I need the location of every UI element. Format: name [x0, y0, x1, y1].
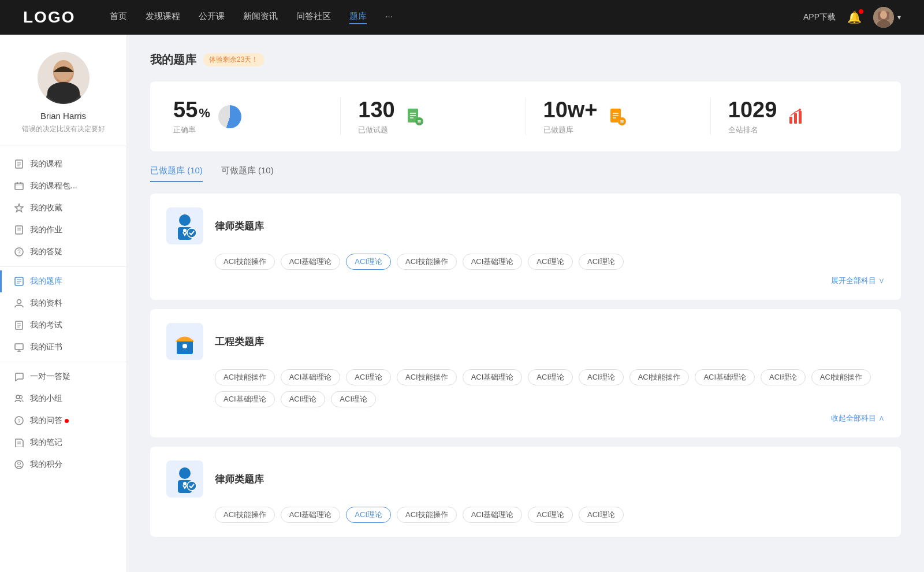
svg-rect-66 [182, 338, 187, 341]
sidebar-item-groups[interactable]: 我的小组 [0, 388, 126, 410]
tag[interactable]: ACI技能操作 [397, 254, 457, 270]
tag[interactable]: ACI理论 [281, 391, 326, 407]
user-menu[interactable]: ▾ [873, 7, 901, 28]
svg-point-64 [187, 228, 196, 237]
bank-tags-2: ACI技能操作 ACI基础理论 ACI理论 ACI技能操作 ACI基础理论 AC… [215, 369, 885, 407]
sidebar-item-label: 我的问答 [30, 415, 62, 426]
divider1 [0, 266, 126, 267]
sidebar-item-homework[interactable]: 我的作业 [0, 219, 126, 241]
svg-point-60 [799, 109, 801, 111]
sidebar-item-certificates[interactable]: 我的证书 [0, 336, 126, 358]
tag[interactable]: ACI理论 [761, 369, 806, 385]
tag[interactable]: ACI理论 [346, 369, 391, 385]
sidebar-item-question-bank[interactable]: 我的题库 [0, 270, 126, 292]
tag[interactable]: ACI基础理论 [463, 369, 523, 385]
nav-question-bank[interactable]: 题库 [349, 11, 367, 24]
sidebar-item-profile-data[interactable]: 我的资料 [0, 292, 126, 314]
tag[interactable]: ACI基础理论 [463, 507, 523, 523]
profile-avatar [38, 52, 90, 104]
tab-done-banks[interactable]: 已做题库 (10) [150, 165, 203, 182]
tag[interactable]: ACI技能操作 [215, 369, 275, 385]
bank-header-3: 律师类题库 [166, 460, 885, 497]
sidebar-item-one-on-one[interactable]: 一对一答疑 [0, 366, 126, 388]
accuracy-info: 55 % 正确率 [173, 98, 210, 135]
tag[interactable]: ACI技能操作 [215, 507, 275, 523]
sidebar-item-course-packages[interactable]: 我的课程包... [0, 175, 126, 197]
doc-green-icon: ≡ [403, 105, 426, 128]
svg-marker-18 [15, 204, 23, 212]
bank-icon-3 [166, 460, 203, 497]
stat-done-questions: 130 已做试题 ≡ [358, 98, 526, 135]
accuracy-unit: % [199, 106, 210, 121]
tag[interactable]: ACI基础理论 [695, 369, 755, 385]
svg-rect-68 [184, 348, 186, 352]
bank-header-2: 工程类题库 [166, 323, 885, 360]
svg-text:?: ? [17, 249, 21, 255]
question-bank-icon [14, 276, 24, 287]
bank-header-1: 律师类题库 [166, 207, 885, 244]
sidebar-item-label: 我的收藏 [30, 203, 62, 213]
done-banks-number: 10w+ [543, 98, 598, 122]
sidebar-item-label: 我的考试 [30, 320, 62, 330]
tag[interactable]: ACI技能操作 [397, 507, 457, 523]
tag[interactable]: ACI基础理论 [215, 391, 275, 407]
svg-point-4 [880, 11, 887, 19]
sidebar-item-label: 我的答疑 [30, 247, 62, 257]
collapse-link-2[interactable]: 收起全部科目 ∧ [166, 413, 885, 424]
tag[interactable]: ACI基础理论 [281, 507, 341, 523]
sidebar-item-label: 我的小组 [30, 393, 62, 404]
done-banks-label: 已做题库 [543, 125, 598, 135]
tab-available-banks[interactable]: 可做题库 (10) [221, 165, 274, 182]
rank-label: 全站排名 [728, 125, 777, 135]
sidebar-item-points[interactable]: 我的积分 [0, 454, 126, 476]
nav-qa[interactable]: 问答社区 [296, 11, 331, 24]
sidebar-item-label: 一对一答疑 [30, 372, 70, 382]
tag[interactable]: ACI技能操作 [215, 254, 275, 270]
tag[interactable]: ACI理论 [331, 391, 376, 407]
tag[interactable]: ACI基础理论 [281, 369, 341, 385]
sidebar-item-my-answers[interactable]: ? 我的问答 [0, 410, 126, 432]
tag[interactable]: ACI技能操作 [811, 369, 871, 385]
tag-active[interactable]: ACI理论 [346, 507, 391, 523]
svg-point-69 [179, 467, 191, 479]
bank-tags-1: ACI技能操作 ACI基础理论 ACI理论 ACI技能操作 ACI基础理论 AC… [215, 254, 885, 270]
tag-active[interactable]: ACI理论 [346, 254, 391, 270]
pie-chart [218, 105, 241, 128]
tag[interactable]: ACI理论 [528, 254, 573, 270]
tag[interactable]: ACI基础理论 [463, 254, 523, 270]
tag[interactable]: ACI理论 [579, 254, 624, 270]
group-icon [14, 393, 24, 404]
nav-home[interactable]: 首页 [110, 11, 127, 24]
done-questions-info: 130 已做试题 [358, 98, 394, 135]
tag[interactable]: ACI基础理论 [281, 254, 341, 270]
courses-icon [14, 159, 24, 169]
tag[interactable]: ACI理论 [528, 369, 573, 385]
nav-more[interactable]: ··· [385, 11, 393, 24]
svg-point-43 [18, 462, 21, 465]
sidebar-item-label: 我的积分 [30, 459, 62, 470]
svg-text:≡: ≡ [417, 118, 420, 125]
expand-link-1[interactable]: 展开全部科目 ∨ [166, 276, 885, 286]
main-wrapper: Brian Harris 错误的决定比没有决定要好 我的课程 我的课程包... [0, 35, 924, 572]
tag[interactable]: ACI理论 [579, 369, 624, 385]
sidebar-item-favorites[interactable]: 我的收藏 [0, 197, 126, 219]
bank-card-2: 工程类题库 ACI技能操作 ACI基础理论 ACI理论 ACI技能操作 ACI基… [150, 309, 901, 437]
sidebar-item-exams[interactable]: 我的考试 [0, 314, 126, 336]
sidebar-item-notes[interactable]: 我的笔记 [0, 432, 126, 454]
stat-accuracy: 55 % 正确率 [173, 98, 341, 135]
logo[interactable]: LOGO [23, 8, 75, 27]
sidebar-item-questions[interactable]: ? 我的答疑 [0, 241, 126, 263]
nav-discover[interactable]: 发现课程 [146, 11, 180, 24]
tag[interactable]: ACI理论 [579, 507, 624, 523]
app-download-button[interactable]: APP下载 [803, 12, 836, 23]
svg-rect-57 [789, 117, 792, 124]
nav-news[interactable]: 新闻资讯 [243, 11, 278, 24]
points-icon [14, 459, 24, 470]
tag[interactable]: ACI理论 [528, 507, 573, 523]
sidebar-item-courses[interactable]: 我的课程 [0, 153, 126, 175]
nav-open-course[interactable]: 公开课 [199, 11, 225, 24]
tag[interactable]: ACI技能操作 [629, 369, 690, 385]
tag[interactable]: ACI技能操作 [397, 369, 457, 385]
nav-menu: 首页 发现课程 公开课 新闻资讯 问答社区 题库 ··· [110, 11, 803, 24]
notification-bell[interactable]: 🔔 [847, 10, 862, 24]
